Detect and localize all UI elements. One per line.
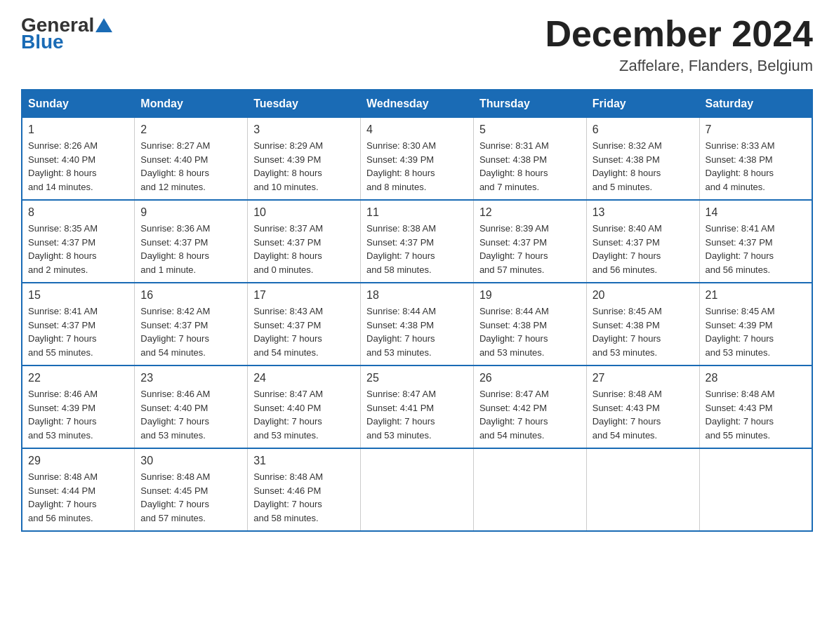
day-number: 15 [28, 289, 128, 302]
logo: General Blue [21, 14, 114, 53]
calendar-day-empty [361, 448, 474, 531]
day-info: Sunrise: 8:26 AMSunset: 4:40 PMDaylight:… [28, 139, 128, 194]
logo-blue: Blue [21, 31, 64, 53]
calendar-day-11: 11 Sunrise: 8:38 AMSunset: 4:37 PMDaylig… [361, 200, 474, 283]
calendar-day-23: 23 Sunrise: 8:46 AMSunset: 4:40 PMDaylig… [135, 365, 248, 448]
month-title: December 2024 [545, 14, 813, 54]
day-number: 18 [366, 289, 468, 302]
calendar-day-4: 4 Sunrise: 8:30 AMSunset: 4:39 PMDayligh… [361, 118, 474, 201]
day-info: Sunrise: 8:45 AMSunset: 4:39 PMDaylight:… [706, 304, 806, 359]
day-info: Sunrise: 8:46 AMSunset: 4:40 PMDaylight:… [140, 387, 241, 442]
day-info: Sunrise: 8:40 AMSunset: 4:37 PMDaylight:… [593, 222, 694, 276]
col-saturday: Saturday [699, 90, 812, 118]
calendar-day-19: 19 Sunrise: 8:44 AMSunset: 4:38 PMDaylig… [473, 283, 586, 365]
day-info: Sunrise: 8:44 AMSunset: 4:38 PMDaylight:… [479, 304, 581, 359]
calendar-week-1: 1 Sunrise: 8:26 AMSunset: 4:40 PMDayligh… [22, 118, 812, 201]
page-header: General Blue December 2024 Zaffelare, Fl… [21, 14, 813, 75]
calendar-day-3: 3 Sunrise: 8:29 AMSunset: 4:39 PMDayligh… [248, 118, 361, 201]
calendar-day-25: 25 Sunrise: 8:47 AMSunset: 4:41 PMDaylig… [361, 365, 474, 448]
day-info: Sunrise: 8:47 AMSunset: 4:42 PMDaylight:… [479, 387, 581, 442]
calendar-day-8: 8 Sunrise: 8:35 AMSunset: 4:37 PMDayligh… [22, 200, 135, 283]
day-number: 30 [140, 455, 241, 467]
calendar-week-2: 8 Sunrise: 8:35 AMSunset: 4:37 PMDayligh… [22, 200, 812, 283]
day-info: Sunrise: 8:48 AMSunset: 4:45 PMDaylight:… [140, 470, 241, 525]
calendar-day-15: 15 Sunrise: 8:41 AMSunset: 4:37 PMDaylig… [22, 283, 135, 365]
day-info: Sunrise: 8:45 AMSunset: 4:38 PMDaylight:… [593, 304, 694, 359]
day-number: 4 [366, 123, 468, 136]
day-info: Sunrise: 8:41 AMSunset: 4:37 PMDaylight:… [706, 222, 806, 276]
day-number: 23 [140, 372, 241, 384]
day-info: Sunrise: 8:48 AMSunset: 4:43 PMDaylight:… [593, 387, 694, 442]
calendar-day-1: 1 Sunrise: 8:26 AMSunset: 4:40 PMDayligh… [22, 118, 135, 201]
calendar-week-4: 22 Sunrise: 8:46 AMSunset: 4:39 PMDaylig… [22, 365, 812, 448]
calendar-day-2: 2 Sunrise: 8:27 AMSunset: 4:40 PMDayligh… [135, 118, 248, 201]
day-info: Sunrise: 8:30 AMSunset: 4:39 PMDaylight:… [366, 139, 468, 194]
day-number: 25 [366, 372, 468, 384]
day-info: Sunrise: 8:29 AMSunset: 4:39 PMDaylight:… [253, 139, 355, 194]
day-number: 24 [253, 372, 355, 384]
calendar-day-6: 6 Sunrise: 8:32 AMSunset: 4:38 PMDayligh… [586, 118, 699, 201]
day-number: 3 [253, 123, 355, 136]
calendar-day-7: 7 Sunrise: 8:33 AMSunset: 4:38 PMDayligh… [699, 118, 812, 201]
day-info: Sunrise: 8:47 AMSunset: 4:40 PMDaylight:… [253, 387, 355, 442]
calendar-table: Sunday Monday Tuesday Wednesday Thursday… [21, 89, 813, 532]
calendar-day-5: 5 Sunrise: 8:31 AMSunset: 4:38 PMDayligh… [473, 118, 586, 201]
logo-triangle-icon [95, 18, 112, 32]
day-number: 13 [593, 206, 694, 219]
col-monday: Monday [135, 90, 248, 118]
calendar-day-29: 29 Sunrise: 8:48 AMSunset: 4:44 PMDaylig… [22, 448, 135, 531]
day-info: Sunrise: 8:37 AMSunset: 4:37 PMDaylight:… [253, 222, 355, 276]
calendar-day-27: 27 Sunrise: 8:48 AMSunset: 4:43 PMDaylig… [586, 365, 699, 448]
day-info: Sunrise: 8:42 AMSunset: 4:37 PMDaylight:… [140, 304, 241, 359]
calendar-day-10: 10 Sunrise: 8:37 AMSunset: 4:37 PMDaylig… [248, 200, 361, 283]
day-info: Sunrise: 8:32 AMSunset: 4:38 PMDaylight:… [593, 139, 694, 194]
day-number: 12 [479, 206, 581, 219]
calendar-header-row: Sunday Monday Tuesday Wednesday Thursday… [22, 90, 812, 118]
col-sunday: Sunday [22, 90, 135, 118]
day-info: Sunrise: 8:39 AMSunset: 4:37 PMDaylight:… [479, 222, 581, 276]
day-info: Sunrise: 8:46 AMSunset: 4:39 PMDaylight:… [28, 387, 128, 442]
calendar-day-21: 21 Sunrise: 8:45 AMSunset: 4:39 PMDaylig… [699, 283, 812, 365]
calendar-day-31: 31 Sunrise: 8:48 AMSunset: 4:46 PMDaylig… [248, 448, 361, 531]
calendar-day-26: 26 Sunrise: 8:47 AMSunset: 4:42 PMDaylig… [473, 365, 586, 448]
day-info: Sunrise: 8:38 AMSunset: 4:37 PMDaylight:… [366, 222, 468, 276]
calendar-day-17: 17 Sunrise: 8:43 AMSunset: 4:37 PMDaylig… [248, 283, 361, 365]
day-number: 19 [479, 289, 581, 302]
day-number: 10 [253, 206, 355, 219]
day-number: 31 [253, 455, 355, 467]
day-number: 8 [28, 206, 128, 219]
day-info: Sunrise: 8:43 AMSunset: 4:37 PMDaylight:… [253, 304, 355, 359]
day-number: 29 [28, 455, 128, 467]
calendar-week-3: 15 Sunrise: 8:41 AMSunset: 4:37 PMDaylig… [22, 283, 812, 365]
day-info: Sunrise: 8:33 AMSunset: 4:38 PMDaylight:… [706, 139, 806, 194]
day-number: 9 [140, 206, 241, 219]
day-info: Sunrise: 8:47 AMSunset: 4:41 PMDaylight:… [366, 387, 468, 442]
day-number: 7 [706, 123, 806, 136]
col-thursday: Thursday [473, 90, 586, 118]
day-number: 26 [479, 372, 581, 384]
title-block: December 2024 Zaffelare, Flanders, Belgi… [545, 14, 813, 75]
day-info: Sunrise: 8:36 AMSunset: 4:37 PMDaylight:… [140, 222, 241, 276]
day-info: Sunrise: 8:48 AMSunset: 4:44 PMDaylight:… [28, 470, 128, 525]
calendar-week-5: 29 Sunrise: 8:48 AMSunset: 4:44 PMDaylig… [22, 448, 812, 531]
day-number: 21 [706, 289, 806, 302]
location: Zaffelare, Flanders, Belgium [545, 57, 813, 75]
calendar-day-18: 18 Sunrise: 8:44 AMSunset: 4:38 PMDaylig… [361, 283, 474, 365]
calendar-day-9: 9 Sunrise: 8:36 AMSunset: 4:37 PMDayligh… [135, 200, 248, 283]
col-friday: Friday [586, 90, 699, 118]
calendar-day-16: 16 Sunrise: 8:42 AMSunset: 4:37 PMDaylig… [135, 283, 248, 365]
day-info: Sunrise: 8:48 AMSunset: 4:46 PMDaylight:… [253, 470, 355, 525]
day-info: Sunrise: 8:31 AMSunset: 4:38 PMDaylight:… [479, 139, 581, 194]
day-number: 14 [706, 206, 806, 219]
calendar-day-28: 28 Sunrise: 8:48 AMSunset: 4:43 PMDaylig… [699, 365, 812, 448]
day-number: 20 [593, 289, 694, 302]
calendar-day-14: 14 Sunrise: 8:41 AMSunset: 4:37 PMDaylig… [699, 200, 812, 283]
day-number: 17 [253, 289, 355, 302]
col-wednesday: Wednesday [361, 90, 474, 118]
day-number: 5 [479, 123, 581, 136]
day-number: 28 [706, 372, 806, 384]
calendar-day-13: 13 Sunrise: 8:40 AMSunset: 4:37 PMDaylig… [586, 200, 699, 283]
calendar-day-12: 12 Sunrise: 8:39 AMSunset: 4:37 PMDaylig… [473, 200, 586, 283]
calendar-day-20: 20 Sunrise: 8:45 AMSunset: 4:38 PMDaylig… [586, 283, 699, 365]
calendar-day-30: 30 Sunrise: 8:48 AMSunset: 4:45 PMDaylig… [135, 448, 248, 531]
